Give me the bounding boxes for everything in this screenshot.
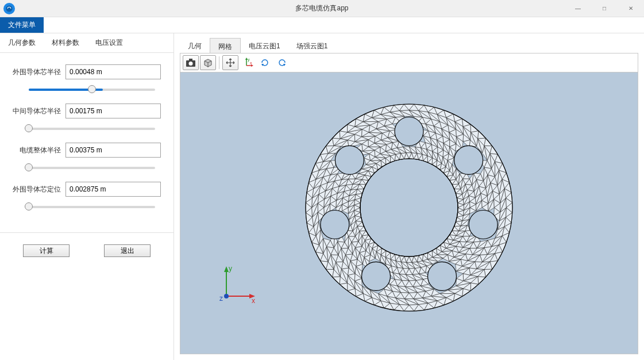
param-label: 外围导体芯半径 xyxy=(13,67,65,77)
screenshot-button[interactable] xyxy=(183,55,199,70)
minimize-button[interactable]: — xyxy=(565,0,591,17)
svg-text:z: z xyxy=(219,294,223,302)
param-tab-geometry[interactable]: 几何参数 xyxy=(0,33,44,52)
param-input-outer-core-radius[interactable] xyxy=(65,64,161,79)
svg-marker-859 xyxy=(333,277,341,285)
rotate-cw-icon xyxy=(260,58,270,68)
svg-point-940 xyxy=(360,159,458,256)
svg-rect-3 xyxy=(189,59,192,60)
app-icon xyxy=(3,3,15,14)
cube-view-button[interactable] xyxy=(200,55,216,70)
menu-bar: 文件菜单 xyxy=(0,17,644,33)
param-input-outer-core-position[interactable] xyxy=(65,182,161,197)
svg-marker-923 xyxy=(478,131,486,139)
svg-point-947 xyxy=(427,262,456,290)
svg-marker-827 xyxy=(478,277,486,285)
mesh-plot xyxy=(294,93,524,323)
close-button[interactable]: ✕ xyxy=(618,0,644,17)
param-tab-material[interactable]: 材料参数 xyxy=(44,33,87,52)
svg-point-956 xyxy=(224,294,229,298)
axis-gizmo: y x z xyxy=(215,262,261,308)
slider-outer-core-position[interactable] xyxy=(13,202,161,212)
param-row-mid-core-radius: 中间导体芯半径 xyxy=(13,104,161,133)
rotate-ccw-icon xyxy=(277,58,287,68)
svg-point-944 xyxy=(335,145,364,174)
param-input-cable-radius[interactable] xyxy=(65,143,161,158)
viewport[interactable]: y x z xyxy=(180,72,638,354)
param-label: 电缆整体半径 xyxy=(13,145,65,155)
view-tab-mesh[interactable]: 网格 xyxy=(210,38,241,53)
view-tab-field-plot[interactable]: 场强云图1 xyxy=(288,38,336,53)
param-label: 外围导体芯定位 xyxy=(13,185,65,194)
axes-button[interactable]: y x xyxy=(240,55,256,70)
window-title: 多芯电缆仿真app xyxy=(295,3,348,13)
slider-mid-core-radius[interactable] xyxy=(13,124,161,133)
svg-marker-891 xyxy=(333,131,341,139)
axes-icon: y x xyxy=(242,58,253,68)
view-tab-geometry[interactable]: 几何 xyxy=(180,38,210,53)
param-tabs: 几何参数 材料参数 电压设置 xyxy=(0,33,173,53)
svg-point-945 xyxy=(321,210,349,239)
param-row-cable-radius: 电缆整体半径 xyxy=(13,143,161,173)
svg-text:x: x xyxy=(252,297,255,305)
file-menu[interactable]: 文件菜单 xyxy=(0,17,44,33)
compute-button[interactable]: 计算 xyxy=(23,244,70,257)
title-bar: 多芯电缆仿真app — □ ✕ xyxy=(0,0,644,17)
pan-button[interactable] xyxy=(222,55,238,70)
cube-icon xyxy=(203,58,213,68)
slider-cable-radius[interactable] xyxy=(13,163,161,173)
svg-marker-951 xyxy=(224,266,229,272)
pan-icon xyxy=(225,58,236,68)
svg-point-948 xyxy=(469,210,498,239)
svg-point-2 xyxy=(189,62,193,66)
exit-button[interactable]: 退出 xyxy=(104,244,151,257)
svg-point-0 xyxy=(6,5,12,12)
view-tab-voltage-plot[interactable]: 电压云图1 xyxy=(241,38,288,53)
left-panel: 几何参数 材料参数 电压设置 外围导体芯半径 中间导体芯半径 xyxy=(0,33,174,360)
param-row-outer-core-radius: 外围导体芯半径 xyxy=(13,64,161,94)
svg-point-949 xyxy=(454,145,483,174)
rotate-ccw-button[interactable] xyxy=(274,55,290,70)
camera-icon xyxy=(186,58,196,67)
view-toolbar: y x xyxy=(180,53,638,72)
svg-point-946 xyxy=(362,262,391,290)
param-input-mid-core-radius[interactable] xyxy=(65,104,161,118)
maximize-button[interactable]: □ xyxy=(591,0,618,17)
param-tab-voltage[interactable]: 电压设置 xyxy=(87,33,131,52)
svg-text:x: x xyxy=(250,61,252,65)
param-label: 中间导体芯半径 xyxy=(13,106,65,116)
slider-outer-core-radius[interactable] xyxy=(13,85,161,94)
rotate-cw-button[interactable] xyxy=(257,55,273,70)
view-tabs: 几何 网格 电压云图1 场强云图1 xyxy=(174,33,644,53)
main-panel: 几何 网格 电压云图1 场强云图1 y x xyxy=(174,33,644,360)
svg-text:y: y xyxy=(229,265,232,273)
svg-point-943 xyxy=(395,117,423,145)
param-row-outer-core-position: 外围导体芯定位 xyxy=(13,182,161,212)
